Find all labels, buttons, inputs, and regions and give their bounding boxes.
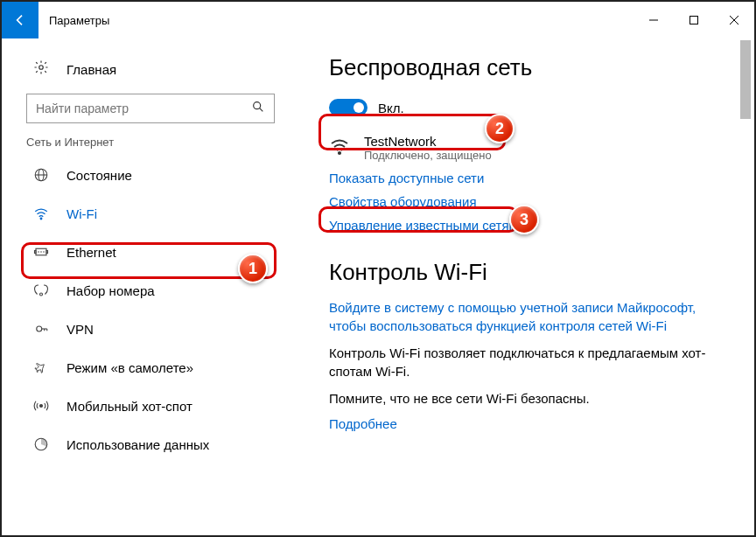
hotspot-icon (33, 398, 49, 414)
sidebar-category: Сеть и Интернет (26, 136, 284, 149)
annotation-badge-2: 2 (485, 114, 514, 143)
sidebar-item-status[interactable]: Состояние (26, 156, 284, 194)
svg-point-22 (40, 405, 43, 408)
sidebar-item-wifi[interactable]: Wi-Fi (26, 194, 284, 233)
network-status: Подключено, защищено (364, 149, 492, 162)
svg-rect-12 (35, 251, 37, 254)
svg-line-6 (260, 108, 263, 112)
sidebar-item-label: VPN (66, 322, 94, 337)
wifi-connected-icon (329, 136, 352, 160)
sidebar-item-label: Набор номера (66, 283, 155, 298)
minimize-icon (648, 15, 659, 25)
sidebar-item-vpn[interactable]: VPN (26, 310, 284, 348)
minimize-button[interactable] (634, 2, 674, 38)
window-title: Параметры (49, 14, 109, 27)
titlebar: Параметры (2, 2, 754, 38)
close-button[interactable] (714, 2, 754, 38)
svg-point-18 (37, 326, 42, 331)
search-icon (251, 100, 265, 117)
network-name: TestNetwork (364, 134, 492, 149)
search-input[interactable] (36, 101, 251, 115)
link-more[interactable]: Подробнее (329, 416, 728, 431)
maximize-button[interactable] (674, 2, 714, 38)
sidebar-item-label: Мобильный хот-спот (66, 399, 192, 414)
link-show-networks[interactable]: Показать доступные сети (329, 171, 728, 185)
toggle-label: Вкл. (378, 101, 404, 115)
svg-point-4 (39, 66, 44, 70)
sidebar-item-hotspot[interactable]: Мобильный хот-спот (26, 387, 284, 425)
close-icon (729, 15, 739, 25)
data-usage-icon (33, 436, 49, 452)
sidebar-item-label: Режим «в самолете» (66, 360, 193, 375)
sidebar-item-label: Ethernet (66, 245, 116, 260)
sidebar-item-label: Wi-Fi (66, 206, 97, 221)
globe-icon (33, 167, 49, 183)
toggle-knob (354, 102, 364, 113)
dialup-icon (33, 282, 49, 298)
svg-point-24 (339, 152, 340, 154)
wireless-heading: Беспроводная сеть (329, 54, 728, 81)
svg-point-17 (40, 293, 43, 296)
scrollbar-thumb[interactable] (740, 40, 751, 119)
wifi-control-para1: Контроль Wi-Fi позволяет подключаться к … (329, 344, 728, 380)
sidebar-item-datausage[interactable]: Использование данных (26, 425, 284, 464)
sidebar-item-airplane[interactable]: Режим «в самолете» (26, 348, 284, 387)
maximize-icon (689, 15, 699, 25)
annotation-badge-3: 3 (509, 205, 539, 234)
svg-point-5 (254, 102, 261, 109)
link-signin-microsoft[interactable]: Войдите в систему с помощью учетной запи… (329, 298, 728, 335)
arrow-left-icon (13, 13, 27, 27)
wifi-control-para2: Помните, что не все сети Wi-Fi безопасны… (329, 389, 728, 408)
wifi-toggle-row: Вкл. (329, 94, 728, 122)
wifi-icon (33, 206, 49, 221)
sidebar-item-label: Использование данных (66, 437, 209, 452)
wifi-toggle[interactable] (329, 99, 368, 116)
gear-icon (33, 59, 49, 79)
svg-point-10 (40, 218, 42, 220)
vpn-icon (33, 321, 49, 337)
current-network[interactable]: TestNetwork Подключено, защищено (329, 134, 728, 162)
sidebar-home[interactable]: Главная (26, 52, 284, 87)
sidebar-item-label: Состояние (66, 168, 132, 183)
airplane-icon (33, 359, 49, 375)
ethernet-icon (33, 244, 49, 260)
wifi-control-heading: Контроль Wi-Fi (329, 259, 728, 286)
search-box[interactable] (26, 94, 275, 123)
svg-rect-13 (46, 251, 48, 254)
sidebar-home-label: Главная (66, 62, 116, 77)
annotation-badge-1: 1 (238, 254, 268, 283)
sidebar: Главная Сеть и Интернет Состояние Wi-Fi … (2, 38, 284, 535)
back-button[interactable] (2, 2, 38, 38)
content-panel: Беспроводная сеть Вкл. TestNetwork Подкл… (284, 38, 754, 535)
svg-rect-1 (690, 17, 698, 24)
